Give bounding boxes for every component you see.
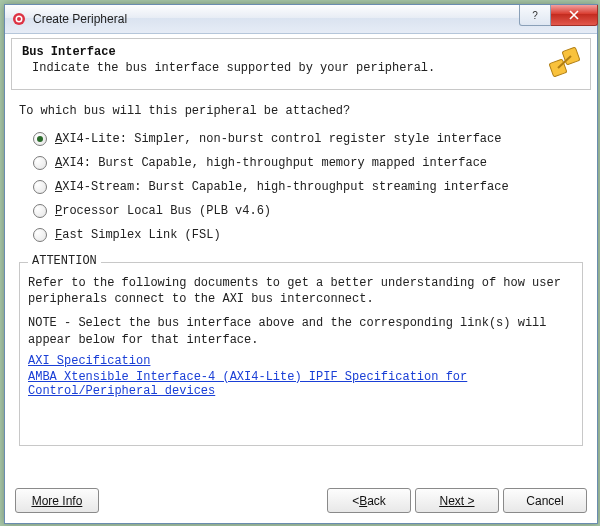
window-buttons: ?: [519, 5, 598, 25]
wizard-subtext: Indicate the bus interface supported by …: [22, 61, 548, 75]
next-button[interactable]: Next >: [415, 488, 499, 513]
radio-icon[interactable]: [33, 132, 47, 146]
titlebar[interactable]: Create Peripheral ?: [5, 5, 597, 34]
cancel-button[interactable]: Cancel: [503, 488, 587, 513]
close-button[interactable]: [551, 5, 598, 26]
wizard-header: Bus Interface Indicate the bus interface…: [11, 38, 591, 90]
window-title: Create Peripheral: [33, 12, 519, 26]
bus-option-1[interactable]: AXI4: Burst Capable, high-throughput mem…: [33, 156, 583, 170]
help-button[interactable]: ?: [519, 5, 551, 26]
link-ipif-spec[interactable]: AMBA Xtensible Interface-4 (AXI4-Lite) I…: [28, 370, 574, 398]
more-info-button[interactable]: More Info: [15, 488, 99, 513]
bus-option-2[interactable]: AXI4-Stream: Burst Capable, high-through…: [33, 180, 583, 194]
radio-icon[interactable]: [33, 156, 47, 170]
radio-label: AXI4-Stream: Burst Capable, high-through…: [55, 180, 509, 194]
svg-point-2: [17, 17, 21, 21]
attention-para2: NOTE - Select the bus interface above an…: [28, 315, 574, 347]
bus-option-3[interactable]: Processor Local Bus (PLB v4.6): [33, 204, 583, 218]
link-axi-spec[interactable]: AXI Specification: [28, 354, 574, 368]
back-button[interactable]: < Back: [327, 488, 411, 513]
bus-option-0[interactable]: AXI4-Lite: Simpler, non-burst control re…: [33, 132, 583, 146]
attention-title: ATTENTION: [28, 254, 101, 268]
radio-label: AXI4: Burst Capable, high-throughput mem…: [55, 156, 487, 170]
content-area: To which bus will this peripheral be att…: [5, 90, 597, 256]
radio-label: AXI4-Lite: Simpler, non-burst control re…: [55, 132, 501, 146]
wizard-icon: [548, 45, 582, 79]
dialog-window: Create Peripheral ? Bus Interface Indica…: [4, 4, 598, 524]
radio-icon[interactable]: [33, 228, 47, 242]
bus-options: AXI4-Lite: Simpler, non-burst control re…: [19, 132, 583, 242]
bus-option-4[interactable]: Fast Simplex Link (FSL): [33, 228, 583, 242]
app-icon: [11, 11, 27, 27]
radio-icon[interactable]: [33, 204, 47, 218]
wizard-heading: Bus Interface: [22, 45, 548, 59]
button-bar: More Info < Back Next > Cancel: [5, 480, 597, 523]
radio-icon[interactable]: [33, 180, 47, 194]
radio-label: Processor Local Bus (PLB v4.6): [55, 204, 271, 218]
attention-box: ATTENTION Refer to the following documen…: [19, 262, 583, 446]
attention-para1: Refer to the following documents to get …: [28, 275, 574, 307]
question-text: To which bus will this peripheral be att…: [19, 104, 583, 118]
radio-label: Fast Simplex Link (FSL): [55, 228, 221, 242]
